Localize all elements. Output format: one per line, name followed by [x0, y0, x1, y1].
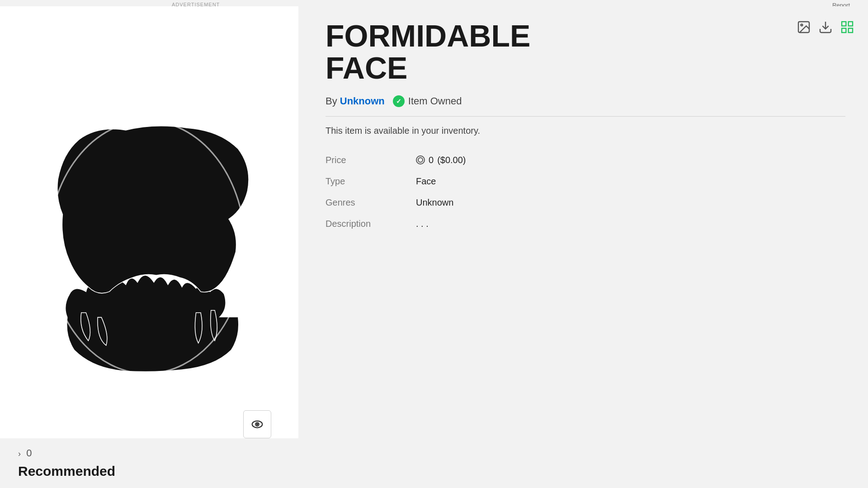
recommended-label: Recommended: [18, 464, 850, 479]
description-label: Description: [326, 213, 416, 235]
divider: [326, 116, 845, 117]
price-usd: ($0.00): [437, 155, 466, 165]
preview-button[interactable]: [243, 410, 271, 438]
inventory-text: This item is available in your inventory…: [326, 126, 845, 136]
type-value: Face: [416, 171, 845, 192]
svg-rect-14: [849, 28, 853, 33]
owned-checkmark: [393, 95, 405, 107]
grid-icon-button[interactable]: [840, 20, 854, 36]
item-title: FORMIDABLE FACE: [326, 20, 845, 84]
robux-icon: [416, 155, 425, 164]
creator-link[interactable]: Unknown: [340, 95, 385, 107]
svg-rect-13: [842, 28, 846, 33]
svg-rect-11: [842, 22, 846, 26]
svg-point-7: [257, 424, 258, 425]
item-image-panel: Try On: [0, 6, 298, 488]
grid-icon: [840, 20, 854, 34]
download-icon: [818, 20, 833, 34]
item-details-panel: FORMIDABLE FACE By Unknown Item Owned Th…: [298, 6, 868, 488]
genres-label: Genres: [326, 192, 416, 213]
genres-value: Unknown: [416, 192, 845, 213]
download-icon-button[interactable]: [818, 20, 833, 36]
toolbar: [797, 20, 854, 36]
svg-rect-12: [849, 22, 853, 26]
eye-icon: [250, 418, 264, 431]
item-image: [32, 116, 267, 378]
count-row: › 0: [18, 447, 850, 459]
meta-row: By Unknown Item Owned: [326, 95, 845, 107]
item-image-container: Try On: [0, 6, 298, 488]
details-table: Price 0 ($0.00) Type Face Genres Unknown…: [326, 150, 845, 235]
type-label: Type: [326, 171, 416, 192]
owned-badge: Item Owned: [393, 95, 462, 107]
image-icon-button[interactable]: [797, 20, 811, 36]
price-number: 0: [429, 155, 434, 165]
creator-label: By Unknown: [326, 95, 385, 107]
description-value: . . .: [416, 213, 845, 235]
bottom-section: › 0 Recommended: [0, 438, 868, 488]
count-value: 0: [26, 447, 32, 459]
owned-label: Item Owned: [408, 95, 462, 107]
price-value: 0 ($0.00): [416, 150, 845, 171]
price-label: Price: [326, 150, 416, 171]
arrow-icon: ›: [18, 449, 21, 458]
svg-point-9: [801, 24, 802, 26]
image-icon: [797, 20, 811, 34]
